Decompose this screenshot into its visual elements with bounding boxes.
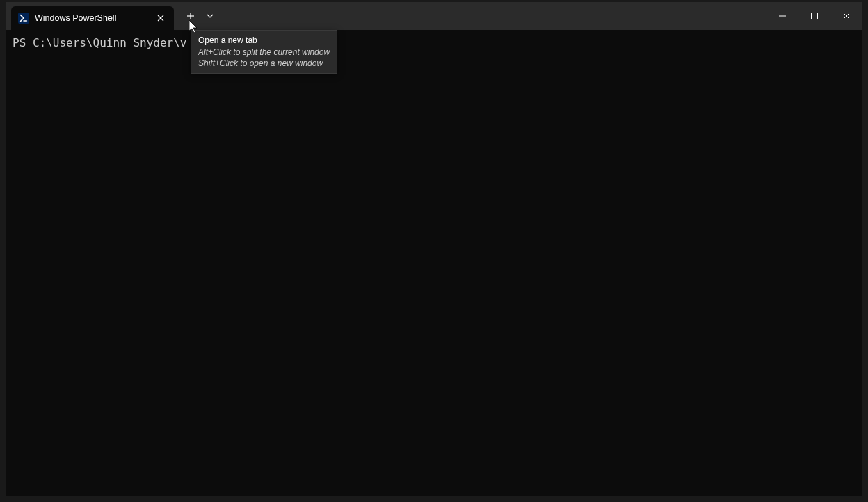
terminal-body[interactable]: PS C:\Users\Quinn Snyder\v	[6, 30, 862, 496]
tab-close-button[interactable]	[154, 12, 167, 24]
maximize-icon	[811, 13, 818, 19]
maximize-button[interactable]	[798, 2, 830, 30]
tab-controls	[174, 2, 218, 30]
tab-title: Windows PowerShell	[35, 13, 149, 23]
tab-area: Windows PowerShell	[6, 2, 174, 30]
titlebar: Windows PowerShell	[6, 2, 862, 30]
close-icon	[843, 13, 850, 19]
tab-powershell[interactable]: Windows PowerShell	[11, 6, 174, 30]
tooltip-title: Open a new tab	[198, 35, 330, 47]
powershell-icon	[18, 13, 29, 24]
minimize-icon	[779, 13, 786, 19]
window-controls	[766, 2, 862, 30]
tooltip-line-2: Shift+Click to open a new window	[198, 58, 330, 69]
tab-dropdown-button[interactable]	[202, 5, 218, 27]
new-tab-button[interactable]	[179, 5, 202, 27]
close-button[interactable]	[830, 2, 862, 30]
tooltip-line-1: Alt+Click to split the current window	[198, 47, 330, 58]
plus-icon	[186, 12, 195, 20]
prompt-line: PS C:\Users\Quinn Snyder\v	[13, 36, 186, 49]
new-tab-tooltip: Open a new tab Alt+Click to split the cu…	[191, 30, 337, 74]
svg-rect-6	[812, 13, 818, 19]
terminal-window: Windows PowerShell	[6, 2, 862, 496]
chevron-down-icon	[206, 12, 214, 20]
minimize-button[interactable]	[766, 2, 798, 30]
